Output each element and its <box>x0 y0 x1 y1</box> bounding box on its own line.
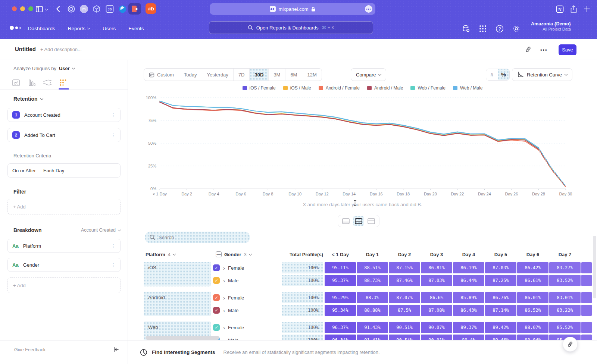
give-feedback-link[interactable]: Give Feedback <box>14 347 46 352</box>
share-link-button[interactable] <box>563 337 578 352</box>
filter-add-button[interactable]: + Add <box>7 199 121 214</box>
retention-cell[interactable]: 91.43% <box>357 322 388 333</box>
retention-cell[interactable]: 86.44% <box>453 275 484 286</box>
gender-checkbox[interactable]: ✓ <box>213 324 220 331</box>
retention-cell[interactable]: 87.07% <box>389 292 420 303</box>
retention-cell[interactable]: 96.34% <box>325 335 356 340</box>
browser-back-icon[interactable] <box>53 4 63 14</box>
retention-cell[interactable]: 89.37% <box>453 322 484 333</box>
expand-chevron-icon[interactable]: › <box>223 265 225 271</box>
mixpanel-logo[interactable] <box>10 26 21 30</box>
close-window-button[interactable] <box>12 6 17 11</box>
platform-cell[interactable]: iOS <box>144 262 211 286</box>
retention-cell[interactable]: 87.03% <box>421 275 452 286</box>
day-header-0[interactable]: < 1 Day <box>325 248 356 260</box>
series-line-web-male-dashed[interactable] <box>538 148 566 186</box>
collapse-sidebar-icon[interactable] <box>113 346 119 353</box>
retention-cell[interactable]: 86.81% <box>421 262 452 273</box>
platform-column-header[interactable]: Platform 4 <box>146 248 175 260</box>
unit-percent[interactable]: % <box>498 69 509 80</box>
project-switcher[interactable]: Amazonia {Demo} All Project Data <box>531 21 571 31</box>
breakdown-gender[interactable]: Aa Gender ⋮ <box>7 258 121 272</box>
range-6m[interactable]: 6M <box>285 69 302 81</box>
horizontal-scrollbar[interactable] <box>146 336 219 340</box>
retention-curve-chart[interactable]: 0%25%50%75%100%< 1 DayDay 2Day 4Day 6Day… <box>128 92 597 200</box>
retention-cell[interactable]: 86.01% <box>517 292 548 303</box>
retention-criteria-card[interactable]: On or After Each Day <box>7 163 121 178</box>
tab-flows-icon[interactable] <box>43 78 52 88</box>
day-header-6[interactable]: Day 6 <box>517 248 548 260</box>
compare-button[interactable]: Compare <box>351 68 386 81</box>
js-icon[interactable]: JS <box>105 4 115 14</box>
retention-cell[interactable]: 87.15% <box>389 262 420 273</box>
day-header-5[interactable]: Day 5 <box>485 248 516 260</box>
criteria-each-day[interactable]: Each Day <box>43 168 64 173</box>
globe-icon[interactable] <box>118 4 127 14</box>
retention-cell[interactable]: 87.03% <box>485 262 516 273</box>
series-line-web-female-solid[interactable] <box>160 101 538 148</box>
expand-chevron-icon[interactable]: › <box>223 307 225 314</box>
kebab-menu-icon[interactable]: ⋮ <box>111 133 116 138</box>
nav-item-users[interactable]: Users <box>103 26 116 31</box>
browser-address-bar[interactable]: mixpanel.com ••• <box>210 3 375 15</box>
expand-chevron-icon[interactable]: › <box>223 277 225 284</box>
tab-insights-icon[interactable] <box>11 78 21 88</box>
apps-grid-icon[interactable] <box>478 24 488 34</box>
legend-item[interactable]: Web / Male <box>453 85 482 91</box>
chart-type-button[interactable]: Retention Curve <box>512 68 572 81</box>
add-description[interactable]: + Add description... <box>40 47 82 52</box>
step-account-created[interactable]: 1 Account Created ⋮ <box>7 108 121 122</box>
retention-cell[interactable]: 89.46% <box>485 335 516 340</box>
gender-row-male[interactable]: ✓›Male <box>213 304 276 316</box>
retention-cell-clipped[interactable] <box>581 322 592 333</box>
series-line-ios-male-solid[interactable] <box>160 102 538 149</box>
retention-cell[interactable]: 89.4% <box>453 335 484 340</box>
retention-cell[interactable]: 90.51% <box>389 322 420 333</box>
avatar-m-icon[interactable]: m <box>79 4 89 14</box>
gender-checkbox[interactable]: ✓ <box>213 294 220 301</box>
layout-chart-only-icon[interactable] <box>340 216 351 226</box>
tab-retention-icon[interactable] <box>58 78 68 88</box>
platform-cell[interactable]: Android <box>144 292 211 316</box>
minimize-window-button[interactable] <box>20 6 25 11</box>
retention-cell[interactable]: 86.52% <box>517 305 548 316</box>
retention-cell[interactable]: 88.88% <box>357 305 388 316</box>
new-tab-icon[interactable] <box>582 4 592 14</box>
total-profiles-header[interactable]: Total Profile(s) <box>255 248 323 260</box>
notion-extension-icon[interactable]: N <box>555 4 565 14</box>
day-header-3[interactable]: Day 3 <box>421 248 452 260</box>
retention-cell[interactable]: 95.11% <box>325 262 356 273</box>
nav-item-reports[interactable]: Reports <box>68 26 90 31</box>
gender-row-female[interactable]: ✓›Female <box>213 292 276 304</box>
retention-cell[interactable]: 87.14% <box>485 305 516 316</box>
retention-cell[interactable]: 85.89% <box>453 292 484 303</box>
breakdown-platform[interactable]: Aa Platform ⋮ <box>7 239 121 253</box>
legend-item[interactable]: Android / Male <box>367 85 403 91</box>
day-header-7[interactable]: Day 7 <box>549 248 581 260</box>
range-yesterday[interactable]: Yesterday <box>202 69 234 81</box>
retention-cell[interactable]: 83.52% <box>549 275 581 286</box>
nav-item-events[interactable]: Events <box>128 26 144 31</box>
gender-checkbox[interactable]: ✓ <box>213 307 220 314</box>
gender-row-male[interactable]: ✓›Male <box>213 274 276 286</box>
kebab-menu-icon[interactable]: ⋮ <box>111 263 116 267</box>
retention-cell[interactable]: 86.76% <box>485 292 516 303</box>
data-management-icon[interactable] <box>461 24 471 34</box>
day-header-1[interactable]: Day 1 <box>357 248 388 260</box>
retention-cell[interactable]: 95.34% <box>325 305 356 316</box>
retention-cell[interactable]: 88.07% <box>517 322 548 333</box>
gender-row-female[interactable]: ✓›Female <box>213 321 276 333</box>
retention-cell[interactable]: 91.41% <box>357 335 388 340</box>
retention-cell[interactable]: 85.52% <box>549 322 581 333</box>
kebab-menu-icon[interactable]: ⋮ <box>111 244 116 248</box>
retention-cell[interactable]: 88.04% <box>517 335 548 340</box>
retention-cell-clipped[interactable] <box>581 305 592 316</box>
report-title[interactable]: Untitled <box>15 46 36 52</box>
copy-link-icon[interactable] <box>525 46 532 53</box>
legend-item[interactable]: Web / Female <box>410 85 445 91</box>
expand-chevron-icon[interactable]: › <box>223 295 225 301</box>
retention-cell[interactable]: 87.46% <box>389 275 420 286</box>
unit-count[interactable]: # <box>486 69 498 80</box>
gender-row-male[interactable]: ✓›Male <box>213 334 276 340</box>
legend-item[interactable]: iOS / Male <box>283 85 311 91</box>
